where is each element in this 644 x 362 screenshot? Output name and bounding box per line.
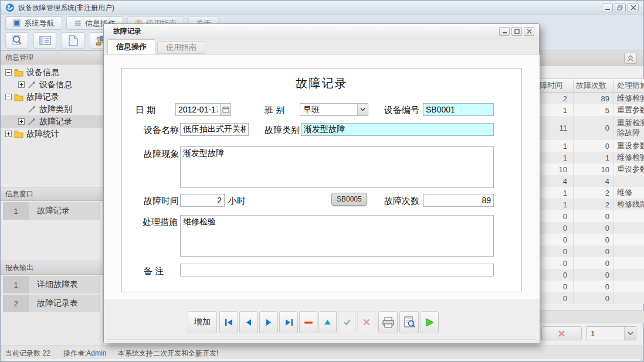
preview-icon <box>404 316 415 328</box>
dialog-titlebar[interactable]: 故障记录 <box>104 24 539 39</box>
x-icon <box>558 330 565 337</box>
wand-icon <box>27 81 36 89</box>
device-name-input[interactable] <box>180 123 249 136</box>
duration-label: 故障时间 <box>144 196 179 207</box>
close-icon <box>527 29 532 34</box>
section-header-report-output: 报表输出 <box>1 261 103 275</box>
post-record-button[interactable] <box>338 311 356 333</box>
report-item-record[interactable]: 2 故障记录表 <box>3 295 100 312</box>
date-field <box>175 103 231 116</box>
dialog-minimize-button[interactable] <box>499 27 510 36</box>
tree-item-fault-record[interactable]: 故障记录 <box>1 115 103 128</box>
duration-input[interactable] <box>180 194 225 207</box>
wand-icon <box>27 118 36 126</box>
shift-select[interactable]: 早班 <box>300 103 368 116</box>
folder-icon <box>14 130 23 138</box>
navigator-icon <box>13 19 21 27</box>
play-icon <box>425 317 435 327</box>
restore-button[interactable] <box>615 3 626 12</box>
grid-header-fault-count[interactable]: 故障次数 <box>574 79 614 92</box>
fault-record-dialog: 故障记录 信息操作 使用指南 故障记录 日 期 班 别 <box>103 23 540 343</box>
collapse-expander-icon[interactable] <box>5 94 12 100</box>
report-item-detail[interactable]: 1 详细故障表 <box>3 276 100 293</box>
tree-item-device-info[interactable]: 设备信息 <box>1 78 103 91</box>
count-input[interactable] <box>423 194 494 207</box>
dialog-close-button[interactable] <box>524 27 534 36</box>
tab-system-nav[interactable]: 系统导航 <box>5 16 62 30</box>
document-button[interactable] <box>62 32 84 49</box>
count-label: 故障次数 <box>384 196 419 207</box>
device-no-input[interactable] <box>423 103 494 116</box>
tree-item-fault-record-group[interactable]: 故障记录 <box>1 91 103 103</box>
fault-type-input[interactable] <box>301 123 494 136</box>
print-button[interactable] <box>378 311 398 333</box>
device-hint-badge: SB0005 <box>331 193 367 206</box>
date-picker-button[interactable] <box>220 103 231 116</box>
tree-item-fault-stats-group[interactable]: 故障统计 <box>1 128 103 140</box>
info-tree: 设备信息 设备信息 故障记录 故障类别 故障记录 <box>1 64 103 140</box>
symptom-textarea[interactable]: 渐发型故障 <box>180 146 494 188</box>
remark-label: 备 注 <box>144 266 164 277</box>
delete-record-button[interactable] <box>299 311 317 333</box>
wand-icon <box>27 105 36 114</box>
dialog-tab-info-operation[interactable]: 信息操作 <box>107 39 155 54</box>
calendar-icon <box>222 106 229 113</box>
shift-label: 班 别 <box>265 105 284 116</box>
datasheet-icon <box>39 35 51 46</box>
section-header-info-mgmt: 信息管理 <box>1 50 103 64</box>
grid-delete-button[interactable] <box>541 326 582 340</box>
datasheet-button[interactable] <box>33 32 56 49</box>
device-no-label: 设备编号 <box>384 105 419 116</box>
preview-button[interactable] <box>399 311 419 333</box>
measure-textarea[interactable]: 维修检验 <box>180 215 494 257</box>
edit-record-button[interactable] <box>318 311 337 333</box>
dialog-tab-bar: 信息操作 使用指南 <box>104 39 539 54</box>
status-inner-panel <box>3 358 641 361</box>
status-record-count: 当前记录数 22 <box>5 349 50 358</box>
status-operator: 操作者:Admin <box>63 349 106 358</box>
first-icon <box>225 319 233 326</box>
fault-record-form: 故障记录 日 期 班 别 早班 设备编号 设备名称 故障类别 故障现象 渐发型故… <box>121 68 522 292</box>
chevron-up-double-icon <box>626 54 635 62</box>
collapse-expander-icon[interactable] <box>5 69 12 76</box>
prev-record-button[interactable] <box>239 311 258 333</box>
next-icon <box>265 319 272 326</box>
close-button[interactable] <box>628 3 639 12</box>
symptom-label: 故障现象 <box>144 149 179 160</box>
page-select-value: 1 <box>587 329 624 338</box>
last-icon <box>284 319 293 326</box>
chevron-down-icon <box>624 327 636 340</box>
search-button[interactable] <box>5 32 28 49</box>
tree-item-fault-type[interactable]: 故障类别 <box>1 103 103 115</box>
expand-expander-icon[interactable] <box>18 81 25 88</box>
grid-header-measure[interactable]: 处理措施 <box>614 79 644 92</box>
dialog-maximize-button[interactable] <box>511 27 522 36</box>
cancel-record-button[interactable] <box>357 311 375 333</box>
expand-expander-icon[interactable] <box>18 118 25 125</box>
last-record-button[interactable] <box>279 311 298 333</box>
expand-expander-icon[interactable] <box>5 131 12 137</box>
info-window-item[interactable]: 1 故障记录 <box>3 202 100 220</box>
date-input[interactable] <box>175 103 220 116</box>
dialog-tab-user-guide[interactable]: 使用指南 <box>157 41 205 54</box>
x-icon <box>363 319 370 326</box>
prev-icon <box>245 319 252 326</box>
application-window: 设备故障管理系统(非注册用户) 系统导航 信息操作 使用指南 关于 <box>0 0 644 362</box>
close-icon <box>631 5 636 11</box>
first-record-button[interactable] <box>219 311 238 333</box>
add-button[interactable]: 增加 <box>188 311 217 333</box>
triangle-up-icon <box>324 319 331 325</box>
search-icon <box>11 35 23 46</box>
folder-icon <box>14 69 23 77</box>
status-bar: 当前记录数 22 操作者:Admin 本系统支持二次开发和全新开发! <box>1 346 643 361</box>
next-record-button[interactable] <box>259 311 278 333</box>
status-message: 本系统支持二次开发和全新开发! <box>118 349 218 358</box>
minimize-button[interactable] <box>602 3 613 12</box>
minimize-icon <box>605 5 611 11</box>
tree-item-device-info-group[interactable]: 设备信息 <box>1 66 103 78</box>
run-button[interactable] <box>421 311 439 333</box>
remark-input[interactable] <box>180 264 494 276</box>
collapse-panel-button[interactable] <box>624 53 637 64</box>
page-select[interactable]: 1 <box>586 326 636 340</box>
printer-icon <box>382 317 395 328</box>
